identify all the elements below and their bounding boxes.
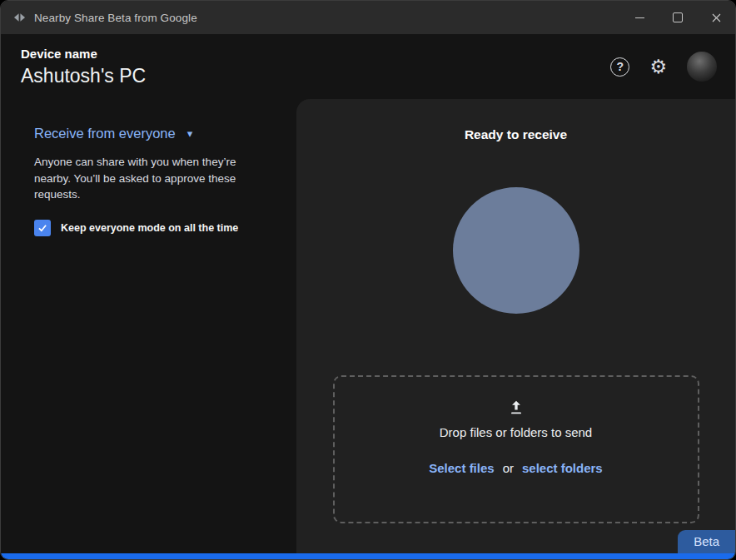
- device-name: Ashutosh's PC: [21, 65, 146, 87]
- settings-button[interactable]: ⚙: [649, 57, 667, 77]
- visibility-dropdown-label: Receive from everyone: [34, 126, 176, 141]
- checkbox-checked[interactable]: [34, 220, 51, 236]
- maximize-button[interactable]: [659, 1, 697, 34]
- help-icon: ?: [617, 60, 624, 73]
- close-icon: [712, 13, 721, 22]
- chevron-down-icon: ▾: [187, 127, 193, 140]
- nearby-share-app-icon: [12, 11, 26, 24]
- dropzone-title: Drop files or folders to send: [440, 425, 592, 439]
- upload-icon: [507, 399, 525, 417]
- device-info: Device name Ashutosh's PC: [21, 47, 146, 87]
- visibility-dropdown[interactable]: Receive from everyone ▾: [34, 126, 271, 141]
- checkmark-icon: [37, 222, 48, 234]
- minimize-icon: [635, 17, 644, 18]
- dropzone[interactable]: Drop files or folders to send Select fil…: [333, 375, 699, 523]
- close-button[interactable]: [697, 1, 735, 34]
- gear-icon: ⚙: [649, 56, 667, 77]
- visibility-description: Anyone can share with you when they’re n…: [34, 154, 246, 203]
- app-header: Device name Ashutosh's PC ? ⚙: [1, 34, 735, 99]
- window-title: Nearby Share Beta from Google: [34, 12, 197, 24]
- app-window: Nearby Share Beta from Google Device nam…: [0, 0, 736, 560]
- header-actions: ? ⚙: [610, 52, 717, 82]
- select-folders-link[interactable]: select folders: [522, 461, 603, 475]
- maximize-icon: [673, 12, 683, 22]
- beta-badge-label: Beta: [694, 534, 719, 548]
- window-controls: [620, 1, 735, 34]
- avatar[interactable]: [687, 52, 717, 82]
- select-files-link[interactable]: Select files: [429, 461, 494, 475]
- help-button[interactable]: ?: [610, 57, 629, 77]
- dropzone-or-text: or: [503, 461, 514, 475]
- visibility-panel: Receive from everyone ▾ Anyone can share…: [1, 99, 296, 553]
- main-content: Receive from everyone ▾ Anyone can share…: [1, 99, 735, 553]
- titlebar[interactable]: Nearby Share Beta from Google: [1, 1, 735, 34]
- receive-panel: Ready to receive Drop files or folders t…: [296, 99, 735, 553]
- receive-radar-circle: [453, 187, 579, 314]
- minimize-button[interactable]: [620, 1, 659, 34]
- status-text: Ready to receive: [465, 127, 567, 142]
- dropzone-actions: Select files or select folders: [429, 461, 602, 475]
- beta-badge: Beta: [678, 530, 735, 553]
- keep-everyone-mode-option[interactable]: Keep everyone mode on all the time: [34, 220, 271, 236]
- checkbox-label: Keep everyone mode on all the time: [61, 222, 238, 234]
- device-name-label: Device name: [21, 47, 146, 61]
- bottom-accent-bar: [1, 553, 735, 559]
